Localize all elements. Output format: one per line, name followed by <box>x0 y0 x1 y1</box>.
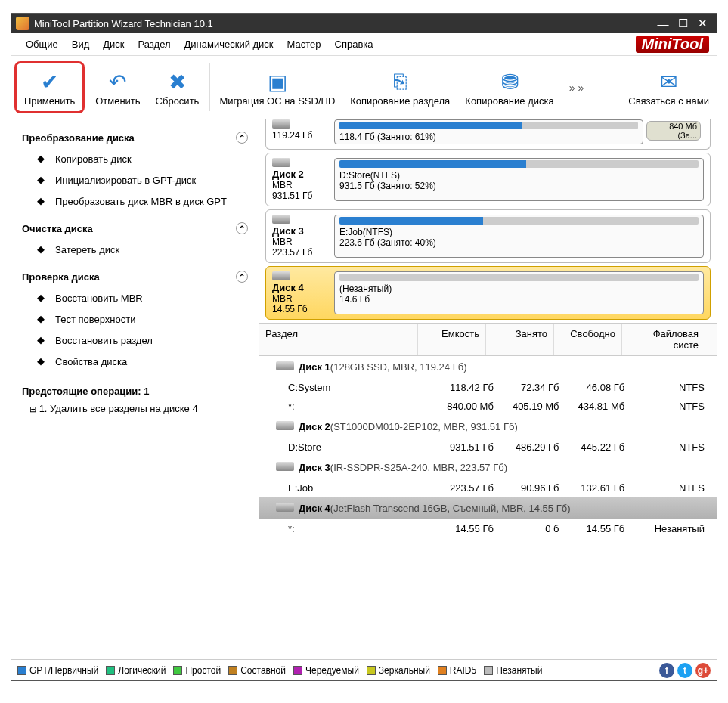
disk-row[interactable]: Диск 4MBR14.55 Гб (Незанятый)14.6 Гб <box>265 266 711 320</box>
legend-item: Простой <box>173 665 221 676</box>
menu-partition[interactable]: Раздел <box>132 36 178 53</box>
action-icon: ◆ <box>37 153 51 165</box>
disk-icon <box>276 462 294 471</box>
copy-disk-label: Копирование диска <box>465 95 553 107</box>
menu-help[interactable]: Справка <box>328 36 380 53</box>
legend-item: Незанятый <box>484 665 542 676</box>
copy-partition-button[interactable]: ⎘ Копирование раздела <box>342 63 457 111</box>
social-links: f t g+ <box>659 663 711 678</box>
action-icon: ◆ <box>37 334 51 346</box>
sidebar-item[interactable]: ◆Инициализировать в GPT-диск <box>22 169 248 190</box>
pending-operations: Предстоящие операции: 1 ⊞ 1. Удалить все… <box>11 375 259 425</box>
legend-swatch <box>438 666 447 675</box>
legend: GPT/ПервичныйЛогическийПростойСоставнойЧ… <box>11 659 717 680</box>
action-icon: ◆ <box>37 174 51 186</box>
toolbar-more[interactable]: » » <box>562 82 591 94</box>
table-disk-header[interactable]: Диск 2 (ST1000DM010-2EP102, MBR, 931.51 … <box>259 416 717 438</box>
legend-swatch <box>367 666 376 675</box>
discard-button[interactable]: ✖ Сбросить <box>148 63 211 111</box>
migrate-os-button[interactable]: ▣ Миграция ОС на SSD/HD <box>212 63 342 111</box>
sidebar: Преобразование диска⌃◆Копировать диск◆Ин… <box>11 119 259 659</box>
table-disk-header[interactable]: Диск 4 (JetFlash Transcend 16GB, Съемный… <box>259 497 717 519</box>
brand-logo: MiniTool <box>636 36 709 53</box>
maximize-button[interactable]: ☐ <box>673 17 692 30</box>
table-disk-header[interactable]: Диск 3 (IR-SSDPR-S25A-240, MBR, 223.57 Г… <box>259 457 717 478</box>
table-partition-row[interactable]: *:14.55 Гб0 б14.55 ГбНезанятый <box>259 519 717 538</box>
sidebar-item[interactable]: ◆Копировать диск <box>22 148 248 169</box>
sidebar-group-header[interactable]: Преобразование диска⌃ <box>22 127 248 148</box>
undo-button[interactable]: ↶ Отменить <box>88 63 147 111</box>
collapse-icon: ⌃ <box>236 222 248 234</box>
sidebar-item[interactable]: ◆Преобразовать диск MBR в диск GPT <box>22 190 248 212</box>
disk-icon <box>272 119 290 129</box>
apply-button[interactable]: ✔ Применить <box>14 61 85 113</box>
google-plus-icon[interactable]: g+ <box>695 663 711 678</box>
menu-wizard[interactable]: Мастер <box>280 36 328 53</box>
twitter-icon[interactable]: t <box>677 663 692 678</box>
undo-label: Отменить <box>95 95 140 107</box>
legend-item: GPT/Первичный <box>17 665 98 676</box>
menu-dynamic-disk[interactable]: Динамический диск <box>178 36 280 53</box>
copy-partition-icon: ⎘ <box>394 68 407 95</box>
legend-swatch <box>484 666 493 675</box>
col-used[interactable]: Занято <box>486 324 554 355</box>
mail-icon: ✉ <box>660 68 677 95</box>
minimize-button[interactable]: — <box>653 17 673 30</box>
collapse-icon: ⌃ <box>236 271 248 283</box>
pending-title: Предстоящие операции: 1 <box>22 382 248 400</box>
disk-row[interactable]: Диск 3MBR223.57 Гб E:Job(NTFS)223.6 Гб (… <box>265 209 711 263</box>
discard-label: Сбросить <box>156 95 200 107</box>
table-partition-row[interactable]: *:840.00 Мб405.19 Мб434.81 МбNTFS <box>259 397 717 416</box>
disk-map: 119.24 Гб 118.4 Гб (Занято: 61%) 840 Мб … <box>259 119 717 324</box>
toolbar: ✔ Применить ↶ Отменить ✖ Сбросить ▣ Мигр… <box>11 56 717 119</box>
action-icon: ◆ <box>37 195 51 207</box>
menu-general[interactable]: Общие <box>19 36 65 53</box>
cross-icon: ✖ <box>169 68 186 95</box>
action-icon: ◆ <box>37 313 51 325</box>
copy-partition-label: Копирование раздела <box>350 95 450 107</box>
disk-row[interactable]: Диск 2MBR931.51 Гб D:Store(NTFS)931.5 Гб… <box>265 153 711 206</box>
table-partition-row[interactable]: D:Store931.51 Гб486.29 Гб445.22 ГбNTFS <box>259 438 717 457</box>
table-header: Раздел Емкость Занято Свободно Файловая … <box>259 324 717 356</box>
sidebar-item[interactable]: ◆Затереть диск <box>22 239 248 260</box>
main-panel: 119.24 Гб 118.4 Гб (Занято: 61%) 840 Мб … <box>259 119 717 659</box>
facebook-icon[interactable]: f <box>659 663 674 678</box>
legend-item: Зеркальный <box>367 665 430 676</box>
sidebar-item[interactable]: ◆Свойства диска <box>22 351 248 372</box>
copy-disk-button[interactable]: ⛃ Копирование диска <box>457 63 561 111</box>
disk-icon <box>272 271 290 280</box>
sidebar-group-header[interactable]: Проверка диска⌃ <box>22 266 248 287</box>
col-filesystem[interactable]: Файловая систе <box>622 324 705 355</box>
menubar: Общие Вид Диск Раздел Динамический диск … <box>11 33 717 56</box>
app-icon <box>16 17 29 30</box>
menu-view[interactable]: Вид <box>65 36 97 53</box>
table-disk-header[interactable]: Диск 1 (128GB SSD, MBR, 119.24 Гб) <box>259 356 717 378</box>
col-capacity[interactable]: Емкость <box>418 324 486 355</box>
sidebar-item[interactable]: ◆Восстановить раздел <box>22 330 248 351</box>
contact-label: Связаться с нами <box>628 95 709 107</box>
disk-icon <box>272 215 290 224</box>
check-icon: ✔ <box>41 68 58 95</box>
table-partition-row[interactable]: E:Job223.57 Гб90.96 Гб132.61 ГбNTFS <box>259 478 717 497</box>
col-free[interactable]: Свободно <box>554 324 622 355</box>
legend-item: Чередуемый <box>293 665 359 676</box>
close-button[interactable]: ✕ <box>692 17 712 30</box>
migrate-label: Миграция ОС на SSD/HD <box>219 95 335 107</box>
contact-button[interactable]: ✉ Связаться с нами <box>621 63 717 111</box>
col-partition[interactable]: Раздел <box>259 324 418 355</box>
legend-swatch <box>17 666 26 675</box>
sidebar-group-header[interactable]: Очистка диска⌃ <box>22 218 248 239</box>
sidebar-item[interactable]: ◆Восстановить MBR <box>22 287 248 308</box>
disk-icon <box>276 361 294 370</box>
sidebar-item[interactable]: ◆Тест поверхности <box>22 308 248 330</box>
legend-swatch <box>106 666 115 675</box>
legend-item: Составной <box>228 665 286 676</box>
apply-label: Применить <box>24 95 75 107</box>
disk-row-trunc[interactable]: 119.24 Гб 118.4 Гб (Занято: 61%) 840 Мб … <box>265 119 711 150</box>
action-icon: ◆ <box>37 355 51 367</box>
table-partition-row[interactable]: C:System118.42 Гб72.34 Гб46.08 ГбNTFS <box>259 378 717 397</box>
menu-disk[interactable]: Диск <box>96 36 131 53</box>
action-icon: ◆ <box>37 292 51 304</box>
partition-table: Диск 1 (128GB SSD, MBR, 119.24 Гб)C:Syst… <box>259 356 717 659</box>
copy-disk-icon: ⛃ <box>501 68 519 95</box>
